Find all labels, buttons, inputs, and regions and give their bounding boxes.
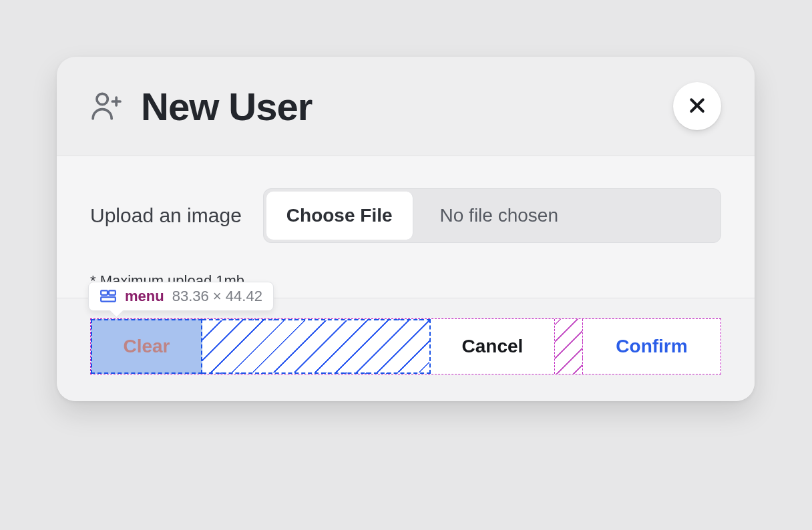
file-input-group: Choose File No file chosen <box>263 188 721 243</box>
cancel-button[interactable]: Cancel <box>431 319 555 374</box>
close-button[interactable] <box>673 82 721 130</box>
svg-rect-7 <box>101 297 116 302</box>
clear-button-label: Clear <box>123 336 170 357</box>
dialog-body: Upload an image Choose File No file chos… <box>57 156 755 298</box>
cancel-button-label: Cancel <box>462 336 524 357</box>
choose-file-button[interactable]: Choose File <box>266 192 413 240</box>
close-icon <box>687 95 707 117</box>
devtools-tooltip: menu 83.36 × 44.42 <box>88 282 274 311</box>
clear-button[interactable]: Clear <box>91 319 202 374</box>
flex-icon <box>99 288 117 305</box>
svg-rect-5 <box>101 290 108 295</box>
confirm-button-label: Confirm <box>616 336 687 357</box>
flex-spacer <box>202 319 431 374</box>
dialog-title: New User <box>141 84 312 129</box>
user-plus-icon <box>87 87 125 125</box>
flex-gap <box>555 319 583 374</box>
dialog-footer: Clear Cancel Confirm <box>57 298 755 401</box>
new-user-dialog: New User Upload an image Choose File No … <box>57 57 755 401</box>
devtools-tooltip-tag: menu <box>125 288 164 305</box>
upload-row: Upload an image Choose File No file chos… <box>90 188 721 243</box>
svg-rect-6 <box>109 290 116 295</box>
file-status-text: No file chosen <box>416 189 721 242</box>
upload-label: Upload an image <box>90 204 242 227</box>
dialog-header: New User <box>57 57 755 156</box>
svg-point-0 <box>97 93 108 104</box>
confirm-button[interactable]: Confirm <box>583 319 721 374</box>
devtools-tooltip-dimensions: 83.36 × 44.42 <box>172 288 262 305</box>
footer-flex-container: Clear Cancel Confirm <box>90 318 721 374</box>
